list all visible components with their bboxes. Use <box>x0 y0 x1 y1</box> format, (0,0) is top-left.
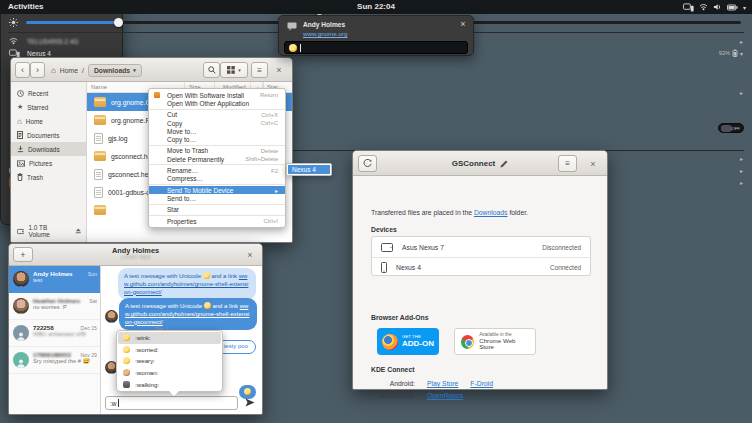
device-status: Disconnected <box>542 244 581 251</box>
chat-bubble-icon <box>287 22 297 31</box>
sidebar-item-home[interactable]: ⌂ Home <box>11 114 86 128</box>
drive-icon <box>17 228 24 235</box>
sidebar-item-trash[interactable]: Trash <box>11 170 86 184</box>
image-icon <box>17 160 25 167</box>
refresh-button[interactable] <box>358 155 377 172</box>
search-button[interactable] <box>203 62 220 78</box>
close-button[interactable]: × <box>586 155 600 172</box>
sidebar-item-volume[interactable]: 1.0 TB Volume <box>11 224 86 238</box>
message-pane: A test message with Unicode and a link w… <box>101 266 262 414</box>
openrepos-link[interactable]: OpenRepos <box>427 392 463 399</box>
conversation-item[interactable]: 722258 Dec 15 WBU artitatwaul af'B <box>9 320 100 347</box>
avatar <box>13 271 29 287</box>
firefox-addon-button[interactable]: GET THEADD-ON <box>377 328 439 355</box>
devices-section-header: Devices <box>371 226 397 233</box>
sidebar-item-pictures[interactable]: Pictures <box>11 156 86 170</box>
gsconnect-window: GSConnect ≡ × Transferred files are plac… <box>352 150 608 390</box>
window-menu-button[interactable]: ≡ <box>251 62 268 78</box>
menu-item-compress[interactable]: Compress… <box>149 175 285 183</box>
software-install-icon <box>154 92 160 98</box>
back-button[interactable]: ‹ <box>15 62 30 78</box>
avatar <box>13 325 29 341</box>
clock[interactable]: Sun 22:04 <box>357 2 395 11</box>
menu-item-open-with-other-application[interactable]: Open With Other Application <box>149 99 285 107</box>
menu-item-star[interactable]: Star <box>149 206 285 214</box>
close-button[interactable]: × <box>243 247 257 262</box>
file-icon <box>94 169 103 180</box>
notification-banner[interactable]: Andy Holmes www.gnome.org × <box>278 15 474 56</box>
caret-down-icon: ▾ <box>133 67 136 73</box>
close-icon: × <box>460 19 465 29</box>
do-not-disturb-toggle[interactable]: OFF <box>718 123 744 133</box>
refresh-icon <box>363 159 372 168</box>
menu-item-rename[interactable]: Rename…F2 <box>149 166 285 174</box>
send-button[interactable] <box>245 398 255 407</box>
breadcrumb-current[interactable]: Downloads ▾ <box>88 64 142 77</box>
emoji-option-walking[interactable]: :walking: <box>118 378 221 390</box>
menu-item-send-to[interactable]: Send to… <box>149 194 285 202</box>
menu-item-copy-to[interactable]: Copy to… <box>149 135 285 143</box>
play-store-link[interactable]: Play Store <box>427 380 458 387</box>
firefox-logo-icon <box>382 334 398 350</box>
menu-separator <box>149 145 285 146</box>
view-toggle-button[interactable]: ▾ <box>220 62 248 78</box>
rename-pencil-icon[interactable] <box>500 160 508 168</box>
top-bar: Activities Sun 22:04 ▾ <box>0 0 752 14</box>
emoji-option-weary[interactable]: :weary: <box>118 355 221 367</box>
activities-button[interactable]: Activities <box>8 2 44 11</box>
conversation-item[interactable]: Heather Holmes Sat no worries :P <box>9 293 100 320</box>
sidebar-item-recent[interactable]: Recent <box>11 86 86 100</box>
menu-item-cut[interactable]: CutCtrl+X <box>149 111 285 119</box>
trash-icon <box>17 173 23 181</box>
menu-item-copy[interactable]: CopyCtrl+C <box>149 119 285 127</box>
new-conversation-button[interactable]: + <box>13 247 33 262</box>
notification-link[interactable]: www.gnome.org <box>303 30 347 37</box>
forward-button[interactable]: › <box>30 62 45 78</box>
home-icon: ⌂ <box>17 117 22 126</box>
menu-separator <box>149 164 285 165</box>
text-cursor <box>300 44 301 52</box>
conversation-list: Andy Holmes Sun test Heather Holmes Sat … <box>9 266 101 414</box>
emoji-option-wink[interactable]: :wink: <box>118 332 221 344</box>
notification-reply-input[interactable] <box>284 41 468 54</box>
person-icon <box>16 331 26 341</box>
sidebar-item-starred[interactable]: ★ Starred <box>11 100 86 114</box>
downloads-link[interactable]: Downloads <box>474 209 508 216</box>
conversation-item[interactable]: 17868188653 Nov 29 Sry mistyped the # 😅 <box>9 347 100 374</box>
device-row-asus-nexus-7[interactable]: Asus Nexus 7 Disconnected <box>372 237 590 257</box>
device-battery-percent: 92% <box>719 50 730 56</box>
conversation-item[interactable]: Andy Holmes Sun test <box>9 266 100 293</box>
message-input[interactable]: :w <box>105 396 238 410</box>
gsconnect-headerbar: GSConnect ≡ × <box>353 151 607 176</box>
caret-right-icon: ▸ <box>740 179 743 186</box>
system-tray[interactable]: ▾ <box>683 0 746 14</box>
sidebar-item-downloads[interactable]: Downloads <box>11 142 86 156</box>
menu-item-move-to[interactable]: Move to… <box>149 127 285 135</box>
f-droid-link[interactable]: F-Droid <box>470 380 493 387</box>
brightness-slider-knob[interactable] <box>114 18 123 27</box>
menu-item-move-to-trash[interactable]: Move to TrashDelete <box>149 147 285 155</box>
menu-item-open-with-software-install[interactable]: Open With Software InstallReturn <box>149 91 285 99</box>
battery-icon <box>732 49 738 57</box>
clock-icon <box>17 90 24 97</box>
download-icon <box>17 145 24 153</box>
emoji-option-woman[interactable]: :woman: <box>118 367 221 379</box>
window-title: GSConnect <box>452 159 496 168</box>
menu-separator <box>149 215 285 216</box>
menu-separator <box>149 184 285 185</box>
volume-icon <box>713 3 722 11</box>
emoji-option-worried[interactable]: :worried: <box>118 344 221 356</box>
close-button[interactable]: × <box>457 18 469 30</box>
sidebar-item-documents[interactable]: Documents <box>11 128 86 142</box>
submenu-item-nexus-4[interactable]: Nexus 4 <box>288 165 330 174</box>
menu-item-send-to-mobile-device[interactable]: Send To Mobile Device▸ <box>149 186 285 194</box>
window-menu-button[interactable]: ≡ <box>558 155 577 172</box>
close-button[interactable]: × <box>272 62 286 78</box>
breadcrumb[interactable]: ⌂ Home / Downloads ▾ <box>51 62 142 78</box>
device-row-nexus-4[interactable]: Nexus 4 Connected <box>372 257 590 277</box>
breadcrumb-home[interactable]: Home <box>60 67 78 74</box>
chrome-webstore-button[interactable]: Available in theChrome Web Store <box>454 328 536 355</box>
eject-icon[interactable] <box>75 228 82 234</box>
menu-item-delete-permanently[interactable]: Delete PermanentlyShift+Delete <box>149 155 285 163</box>
menu-item-properties[interactable]: PropertiesCtrl+I <box>149 217 285 225</box>
